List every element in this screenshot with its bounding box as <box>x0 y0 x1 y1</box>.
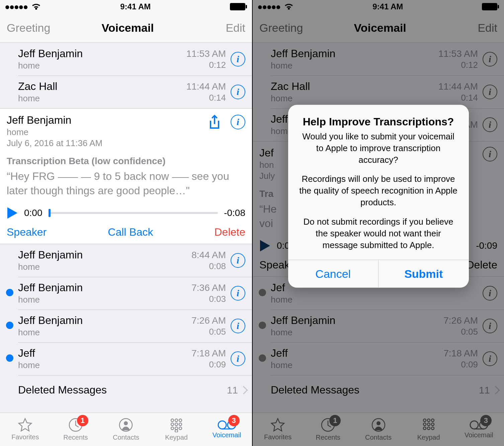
tab-favorites[interactable]: Favorites <box>0 413 51 446</box>
voicemail-row[interactable]: Jeff home 7:18 AM 0:09 i <box>0 342 252 375</box>
tab-recents[interactable]: 1 Recents <box>51 413 101 446</box>
transcription-heading: Transcription Beta (low confidence) <box>7 156 245 166</box>
svg-point-10 <box>179 423 182 426</box>
share-icon[interactable] <box>208 114 221 130</box>
voicemail-row[interactable]: Jeff Benjamin home 8:44 AM 0:08 i <box>0 244 252 277</box>
caller-label: home <box>18 93 186 104</box>
elapsed-time: 0:00 <box>24 208 43 218</box>
transcription-text: “Hey FRG 9 to 5 back now see you later t… <box>7 169 245 198</box>
voicemail-list[interactable]: Jeff Benjamin home 11:53 AM 0:12 i Zac H… <box>0 43 252 413</box>
svg-point-5 <box>171 419 174 422</box>
call-duration: 0:03 <box>191 294 226 304</box>
wifi-icon <box>31 3 41 10</box>
caller-name: Jeff Benjamin <box>18 314 191 327</box>
caller-label: home <box>18 61 186 71</box>
playback-controls: 0:00 -0:08 <box>7 207 245 219</box>
caller-label: home <box>18 295 191 305</box>
badge: 1 <box>77 415 88 426</box>
unread-dot-icon <box>6 354 13 362</box>
tab-label: Favorites <box>11 433 39 441</box>
svg-rect-1 <box>246 5 247 8</box>
call-time: 11:53 AM <box>186 48 226 59</box>
phone-right: ●●●●● 9:41 AM Greeting Voicemail Edit Je… <box>252 0 504 446</box>
tab-label: Contacts <box>113 434 139 441</box>
svg-point-13 <box>179 427 182 430</box>
tab-keypad[interactable]: Keypad <box>151 413 202 446</box>
call-duration: 0:05 <box>191 327 226 337</box>
remaining-time: -0:08 <box>224 208 245 218</box>
battery-icon <box>230 3 247 10</box>
caller-label: home <box>18 262 191 272</box>
play-icon[interactable] <box>7 207 18 219</box>
info-icon[interactable]: i <box>231 115 245 129</box>
svg-point-14 <box>175 430 178 432</box>
info-icon[interactable]: i <box>231 52 245 67</box>
scrubber-track[interactable] <box>49 212 218 214</box>
tab-voicemail[interactable]: 3 Voicemail <box>201 413 252 446</box>
deleted-count: 11 <box>227 384 238 396</box>
caller-name: Jeff Benjamin <box>7 114 102 126</box>
caller-name: Zac Hall <box>18 80 186 93</box>
badge: 3 <box>228 415 240 426</box>
call-time: 8:44 AM <box>191 250 226 260</box>
call-duration: 0:12 <box>186 60 226 70</box>
status-bar: ●●●●● 9:41 AM <box>0 0 252 13</box>
greeting-button[interactable]: Greeting <box>7 21 50 34</box>
call-time: 7:36 AM <box>191 283 226 293</box>
caller-label: home <box>18 360 191 370</box>
caller-label: home <box>18 327 191 338</box>
nav-bar: Greeting Voicemail Edit <box>0 13 252 43</box>
call-time: 11:44 AM <box>186 81 226 92</box>
tab-label: Keypad <box>165 434 188 441</box>
info-icon[interactable]: i <box>231 319 245 333</box>
info-icon[interactable]: i <box>231 85 245 99</box>
voicemail-row[interactable]: Zac Hall home 11:44 AM 0:14 i <box>0 76 252 108</box>
voicemail-row[interactable]: Jeff Benjamin home 11:53 AM 0:12 i <box>0 43 252 76</box>
caller-name: Jeff Benjamin <box>18 47 186 60</box>
svg-point-11 <box>171 427 174 430</box>
deleted-label: Deleted Messages <box>18 384 107 396</box>
svg-point-7 <box>179 419 182 422</box>
call-duration: 0:09 <box>191 359 226 370</box>
alert-text: Do not submit recordings if you believe … <box>298 216 459 251</box>
call-duration: 0:08 <box>191 261 226 271</box>
voicemail-row[interactable]: Jeff Benjamin home 7:26 AM 0:05 i <box>0 310 252 342</box>
caller-name: Jeff Benjamin <box>18 249 191 261</box>
info-icon[interactable]: i <box>231 351 245 366</box>
unread-dot-icon <box>6 322 13 329</box>
caller-label: home <box>7 127 102 137</box>
voicemail-row[interactable]: Jeff Benjamin home 7:36 AM 0:03 i <box>0 277 252 310</box>
alert-text: Recordings will only be used to improve … <box>298 173 459 208</box>
alert-text: Would you like to submit your voicemail … <box>298 131 459 166</box>
tab-label: Voicemail <box>213 431 241 439</box>
speaker-button[interactable]: Speaker <box>7 226 47 238</box>
caller-name: Jeff Benjamin <box>18 282 191 294</box>
tab-bar: Favorites 1 Recents Contacts Keypad 3 Vo… <box>0 413 252 446</box>
call-time: 7:18 AM <box>191 348 226 359</box>
call-duration: 0:14 <box>186 93 226 103</box>
tab-contacts[interactable]: Contacts <box>101 413 151 446</box>
cancel-button[interactable]: Cancel <box>288 260 379 288</box>
phone-left: ●●●●● 9:41 AM Greeting Voicemail Edit Je… <box>0 0 252 446</box>
svg-point-8 <box>171 423 174 426</box>
svg-rect-0 <box>230 3 245 10</box>
info-icon[interactable]: i <box>231 286 245 301</box>
call-date: July 6, 2016 at 11:36 AM <box>7 138 102 148</box>
chevron-right-icon <box>239 386 248 394</box>
callback-button[interactable]: Call Back <box>108 226 153 238</box>
delete-button[interactable]: Delete <box>215 226 246 238</box>
info-icon[interactable]: i <box>231 253 245 268</box>
signal-dots-icon: ●●●●● <box>5 2 28 12</box>
submit-button[interactable]: Submit <box>378 260 469 288</box>
deleted-messages-row[interactable]: Deleted Messages 11 <box>0 375 252 405</box>
alert-dialog: Help Improve Transcriptions? Would you l… <box>288 105 469 288</box>
svg-point-9 <box>175 423 178 426</box>
scrubber-thumb[interactable] <box>49 209 51 217</box>
call-time: 7:26 AM <box>191 315 226 326</box>
page-title: Voicemail <box>102 21 154 34</box>
svg-point-6 <box>175 419 178 422</box>
caller-name: Jeff <box>18 347 191 359</box>
edit-button[interactable]: Edit <box>205 21 245 34</box>
svg-point-4 <box>124 421 128 425</box>
alert-title: Help Improve Transcriptions? <box>298 116 459 128</box>
